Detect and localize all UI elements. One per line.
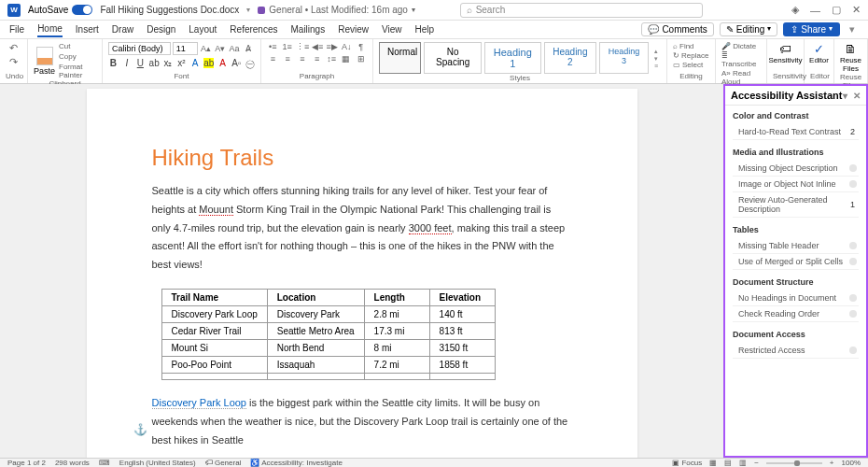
print-layout-icon[interactable]: ▤ [724,459,732,467]
font-family-select[interactable]: Calibri (Body) [108,42,171,55]
sensitivity-button[interactable]: 🏷 Sensitivity [773,42,798,64]
table-cell[interactable]: 8 mi [364,339,429,356]
spelling-error[interactable]: Mouunt [199,204,233,216]
chevron-down-icon[interactable]: ▾ [246,6,250,14]
search-input[interactable]: ⌕ Search [460,3,703,18]
accessibility-status[interactable]: ♿ Accessibility: Investigate [250,459,342,467]
menu-review[interactable]: Review [338,22,369,36]
font-color-button[interactable]: A [217,58,228,71]
maximize-icon[interactable]: ▢ [832,4,841,16]
language-status[interactable]: English (United States) [119,459,196,467]
find-button[interactable]: ⌕Find [673,42,709,50]
style-normal[interactable]: Normal [379,42,421,74]
bullets-icon[interactable]: •≡ [267,42,279,51]
table-cell[interactable]: Poo-Poo Point [161,356,267,373]
word-count[interactable]: 298 words [55,459,90,467]
menu-references[interactable]: References [230,22,277,36]
table-cell[interactable] [267,373,364,379]
align-center-icon[interactable]: ≡ [282,54,294,64]
menu-insert[interactable]: Insert [76,22,99,36]
increase-indent-icon[interactable]: ≡▶ [327,42,339,51]
format-painter-button[interactable]: Format Painter [59,63,96,79]
style-heading2[interactable]: Heading 2 [544,42,597,74]
issue-item[interactable]: Check Reading Order [733,306,859,322]
table-cell[interactable] [364,373,429,379]
menu-design[interactable]: Design [147,22,175,36]
undo-icon[interactable]: ↶ [9,42,18,54]
grammar-error[interactable]: 3000 feet [409,222,452,234]
menu-view[interactable]: View [382,22,402,36]
issue-item[interactable]: No Headings in Document [733,290,859,306]
issue-item[interactable]: Hard-to-Read Text Contrast2 [733,124,859,140]
table-cell[interactable]: 7.2 mi [364,356,429,373]
anchor-icon[interactable]: ⚓ [133,423,147,436]
line-spacing-icon[interactable]: ↕≡ [326,54,338,64]
superscript-button[interactable]: x² [176,58,187,71]
editor-button[interactable]: ✓ Editor [810,42,828,64]
highlight-button[interactable]: ab [203,58,214,71]
table-cell[interactable] [429,373,495,379]
issue-item[interactable]: Missing Object Description [733,161,859,177]
focus-button[interactable]: ▣ Focus [672,459,702,467]
table-cell[interactable]: Discovery Park Loop [161,305,267,322]
table-cell[interactable]: 1858 ft [429,356,495,373]
page-count[interactable]: Page 1 of 2 [7,459,46,467]
numbering-icon[interactable]: 1≡ [282,42,294,51]
zoom-out-icon[interactable]: − [754,459,759,467]
table-cell[interactable]: 2.8 mi [364,305,429,322]
minimize-icon[interactable]: — [810,5,820,16]
text-effects-icon[interactable]: A [190,58,201,71]
autosave-toggle[interactable]: AutoSave [28,5,92,15]
table-cell[interactable]: 3150 ft [429,339,495,356]
cut-button[interactable]: Cut [59,42,96,50]
paragraph-1[interactable]: Seattle is a city which offers stunning … [152,182,572,275]
menu-file[interactable]: File [9,22,24,36]
trails-table[interactable]: Trail Name Location Length Elevation Dis… [161,289,496,380]
chevron-down-icon[interactable]: ▾ [846,23,859,35]
share-button[interactable]: ⇪ Share ▾ [783,22,840,36]
issue-item[interactable]: Use of Merged or Split Cells [733,254,859,270]
table-cell[interactable]: Issaquah [267,356,364,373]
table-header[interactable]: Trail Name [161,289,267,305]
replace-button[interactable]: ↻Replace [673,51,709,60]
change-case-icon[interactable]: Aa [228,44,240,53]
table-cell[interactable]: Cedar River Trail [161,322,267,339]
clear-format-icon[interactable]: A̷ [243,44,255,53]
table-cell[interactable]: Seattle Metro Area [267,322,364,339]
document-title[interactable]: Hiking Trails [152,145,572,171]
align-right-icon[interactable]: ≡ [296,54,308,64]
table-header[interactable]: Location [267,289,364,305]
table-cell[interactable] [161,373,267,379]
table-cell[interactable]: 17.3 mi [364,322,429,339]
transcribe-button[interactable]: ≣ Transcribe [721,51,761,68]
menu-layout[interactable]: Layout [189,22,217,36]
table-cell[interactable]: 140 ft [429,305,495,322]
character-shading-icon[interactable]: A▫ [231,58,242,71]
table-cell[interactable]: North Bend [267,339,364,356]
copy-button[interactable]: Copy [59,52,96,61]
close-icon[interactable]: ✕ [853,91,861,101]
ribbon-display-icon[interactable]: ◈ [791,4,799,16]
toggle-switch-icon[interactable] [72,5,92,15]
text-predictions-icon[interactable]: ⌨ [99,459,110,467]
shrink-font-icon[interactable]: A▾ [214,44,226,53]
select-button[interactable]: ▭Select [673,61,709,69]
style-heading1[interactable]: Heading 1 [484,42,540,74]
strikethrough-button[interactable]: ab [149,58,160,71]
read-mode-icon[interactable]: ▦ [709,459,717,467]
dictate-button[interactable]: 🎤 Dictate [721,42,761,50]
decrease-indent-icon[interactable]: ◀≡ [312,42,324,51]
redo-icon[interactable]: ↷ [9,56,18,68]
zoom-slider[interactable] [766,462,822,464]
menu-draw[interactable]: Draw [112,22,133,36]
styles-more-icon[interactable]: ▴▾≡ [651,42,661,74]
reuse-files-button[interactable]: 🗎 Reuse Files [840,42,861,73]
style-no-spacing[interactable]: No Spacing [424,42,482,74]
chevron-down-icon[interactable]: ▾ [843,91,847,101]
table-header[interactable]: Length [364,289,429,305]
paste-button[interactable]: Paste [34,47,55,76]
subscript-button[interactable]: x₂ [163,58,174,71]
style-heading3[interactable]: Heading 3 [599,42,649,74]
sort-icon[interactable]: A↓ [341,42,353,51]
issue-item[interactable]: Image or Object Not Inline [733,177,859,192]
